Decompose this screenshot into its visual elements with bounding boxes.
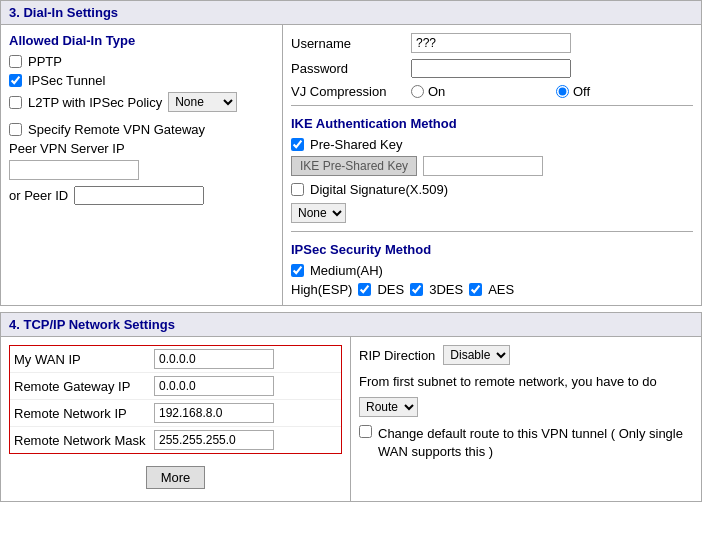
route-select-row: Route NAT [359,397,693,417]
ipsec-security-header: IPSec Security Method [291,242,693,257]
high-label: High(ESP) [291,282,352,297]
pre-shared-checkbox[interactable] [291,138,304,151]
des-label: DES [377,282,404,297]
route-select[interactable]: Route NAT [359,397,418,417]
vj-off-label: Off [573,84,693,99]
3des-label: 3DES [429,282,463,297]
high-row: High(ESP) DES 3DES AES [291,282,693,297]
or-peer-label: or Peer ID [9,188,68,203]
remote-mask-input[interactable] [154,430,274,450]
ike-header: IKE Authentication Method [291,116,693,131]
des-checkbox[interactable] [358,283,371,296]
none-select-row: None [291,203,693,223]
ipsec-row: IPSec Tunnel [9,73,274,88]
ipsec-label: IPSec Tunnel [28,73,105,88]
section4-left-panel: My WAN IP Remote Gateway IP Remote Netwo… [1,337,351,501]
my-wan-row: My WAN IP [10,346,341,373]
ipsec-security-section: IPSec Security Method Medium(AH) High(ES… [291,242,693,297]
digital-sig-checkbox[interactable] [291,183,304,196]
remote-network-ip-label: Remote Network IP [14,406,154,421]
section3-left-panel: Allowed Dial-In Type PPTP IPSec Tunnel L… [1,25,283,305]
vj-on-radio[interactable] [411,85,424,98]
digital-sig-row: Digital Signature(X.509) [291,182,693,197]
more-btn-row: More [9,462,342,493]
specify-remote-row: Specify Remote VPN Gateway [9,122,274,137]
ike-section: IKE Authentication Method Pre-Shared Key… [291,116,693,223]
password-row: Password [291,59,693,78]
section3-right-panel: Username Password VJ Compression On Off [283,25,701,305]
pptp-row: PPTP [9,54,274,69]
vj-on-group: On [411,84,548,99]
vj-off-radio[interactable] [556,85,569,98]
remote-gateway-input[interactable] [154,376,274,396]
l2tp-row: L2TP with IPSec Policy None Option1 [9,92,274,112]
username-row: Username [291,33,693,53]
password-input[interactable] [411,59,571,78]
my-wan-label: My WAN IP [14,352,154,367]
remote-gateway-label: Remote Gateway IP [14,379,154,394]
l2tp-select[interactable]: None Option1 [168,92,237,112]
change-default-checkbox[interactable] [359,425,372,438]
pre-shared-label: Pre-Shared Key [310,137,403,152]
digital-sig-label: Digital Signature(X.509) [310,182,448,197]
ike-key-row: IKE Pre-Shared Key [291,156,693,176]
specify-remote-checkbox[interactable] [9,123,22,136]
aes-label: AES [488,282,514,297]
l2tp-checkbox[interactable] [9,96,22,109]
vj-compression-label: VJ Compression [291,84,411,99]
vj-compression-row: VJ Compression On Off [291,84,693,99]
username-input[interactable] [411,33,571,53]
ipsec-checkbox[interactable] [9,74,22,87]
pre-shared-row: Pre-Shared Key [291,137,693,152]
rip-direction-label: RIP Direction [359,348,435,363]
ike-key-button[interactable]: IKE Pre-Shared Key [291,156,417,176]
remote-network-ip-row: Remote Network IP [10,400,341,427]
medium-checkbox[interactable] [291,264,304,277]
3des-checkbox[interactable] [410,283,423,296]
l2tp-label: L2TP with IPSec Policy [28,95,162,110]
change-default-label: Change default route to this VPN tunnel … [378,425,693,461]
specify-remote-label: Specify Remote VPN Gateway [28,122,205,137]
remote-mask-label: Remote Network Mask [14,433,154,448]
password-label: Password [291,61,411,76]
more-button[interactable]: More [146,466,206,489]
username-label: Username [291,36,411,51]
medium-label: Medium(AH) [310,263,383,278]
rip-direction-select[interactable]: Disable Enable [443,345,510,365]
remote-network-ip-input[interactable] [154,403,274,423]
digital-sig-select[interactable]: None [291,203,346,223]
from-first-text: From first subnet to remote network, you… [359,373,693,391]
peer-vpn-label: Peer VPN Server IP [9,141,274,156]
vj-radio-group: On Off [411,84,693,99]
section3-title: 3. Dial-In Settings [9,5,118,20]
vj-off-group: Off [556,84,693,99]
network-settings-table: My WAN IP Remote Gateway IP Remote Netwo… [9,345,342,454]
pptp-label: PPTP [28,54,62,69]
remote-gateway-row: Remote Gateway IP [10,373,341,400]
rip-direction-row: RIP Direction Disable Enable [359,345,693,365]
pptp-checkbox[interactable] [9,55,22,68]
vj-on-label: On [428,84,548,99]
ike-key-input[interactable] [423,156,543,176]
or-peer-row: or Peer ID [9,186,274,205]
my-wan-input[interactable] [154,349,274,369]
peer-id-input[interactable] [74,186,204,205]
section4-right-panel: RIP Direction Disable Enable From first … [351,337,701,501]
section4-title: 4. TCP/IP Network Settings [9,317,175,332]
aes-checkbox[interactable] [469,283,482,296]
allowed-dialin-header: Allowed Dial-In Type [9,33,274,48]
section4-header: 4. TCP/IP Network Settings [0,312,702,337]
peer-vpn-input[interactable] [9,160,139,180]
remote-mask-row: Remote Network Mask [10,427,341,453]
medium-row: Medium(AH) [291,263,693,278]
change-default-row: Change default route to this VPN tunnel … [359,425,693,461]
section3-header: 3. Dial-In Settings [0,0,702,25]
